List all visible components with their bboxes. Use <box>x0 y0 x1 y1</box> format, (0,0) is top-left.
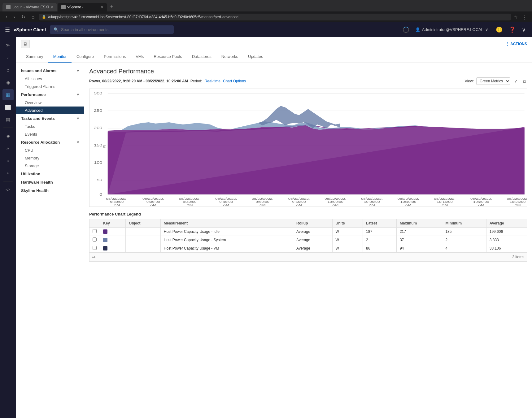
new-tab-button[interactable]: + <box>108 2 116 11</box>
nav-item-tasks[interactable]: Tasks <box>16 123 84 130</box>
back-button[interactable]: ‹ <box>4 14 9 20</box>
sidebar-icon-arrow[interactable]: › <box>2 52 14 63</box>
address-bar[interactable]: 🔒 <box>39 14 511 20</box>
svg-text:10:25:00: 10:25:00 <box>510 200 525 203</box>
sidebar-icon-plugin[interactable]: ✦ <box>2 168 14 179</box>
period-value[interactable]: Real-time <box>205 79 220 83</box>
nav-item-all-issues[interactable]: All Issues <box>16 75 84 83</box>
sidebar-icon-dev[interactable]: </> <box>2 184 14 195</box>
sidebar-icon-home[interactable]: ⌂ <box>2 64 14 76</box>
legend-checkbox-0[interactable] <box>93 229 97 233</box>
tab-permissions[interactable]: Permissions <box>99 51 131 63</box>
svg-text:10:15:00: 10:15:00 <box>437 200 453 203</box>
svg-text:08/22/2022,: 08/22/2022, <box>142 197 164 200</box>
sidebar-icon-monitor[interactable]: ◉ <box>2 130 14 142</box>
svg-text:AM: AM <box>515 203 521 207</box>
browser-tab-vsphere[interactable]: vSphere - × <box>58 3 107 11</box>
view-select[interactable]: Green Metrics <box>476 77 510 85</box>
smiley-icon[interactable]: 🙂 <box>495 25 504 34</box>
chart-subtitle: Power, 08/22/2022, 9:26:20 AM - 08/22/20… <box>89 77 527 85</box>
page-title: Advanced Performance <box>89 68 527 75</box>
browser-menu-icon[interactable]: ⋮ <box>520 14 528 20</box>
tab-close-vsphere[interactable]: × <box>101 5 103 10</box>
bookmark-icon[interactable]: ☆ <box>514 15 518 20</box>
nav-item-memory[interactable]: Memory <box>16 154 84 162</box>
legend-row-measurement: Host Power Capacity Usage - System <box>160 236 293 244</box>
sidebar-icon-host[interactable]: ▦ <box>2 89 14 100</box>
chart-options-link[interactable]: Chart Options <box>223 79 246 83</box>
nav-section-resource-allocation[interactable]: Resource Allocation ∨ <box>16 138 84 146</box>
nav-item-skyline-health-label: Skyline Health <box>21 188 49 193</box>
view-dropdown[interactable]: Green Metrics <box>476 77 510 85</box>
legend-row-checkbox[interactable] <box>89 244 100 253</box>
help-chevron-icon[interactable]: ∨ <box>521 25 527 34</box>
sidebar-icon-alert[interactable]: △ <box>2 143 14 154</box>
home-button[interactable]: ⌂ <box>30 14 37 20</box>
nav-item-overview[interactable]: Overview <box>16 99 84 107</box>
legend-checkbox-2[interactable] <box>93 246 97 250</box>
help-icon[interactable]: ❓ <box>508 25 517 34</box>
global-search[interactable]: 🔍 <box>50 25 174 34</box>
svg-text:9:40:00: 9:40:00 <box>183 200 197 203</box>
nav-section-performance[interactable]: Performance ∨ <box>16 90 84 99</box>
reload-button[interactable]: ↻ <box>20 13 27 20</box>
legend-row-color <box>100 236 126 244</box>
copy-icon[interactable]: ⧉ <box>521 78 527 85</box>
legend-row-object <box>126 236 161 244</box>
tab-summary[interactable]: Summary <box>21 51 48 63</box>
period-label: Period: <box>190 79 202 83</box>
legend-col-checkbox <box>89 219 100 228</box>
forward-button[interactable]: › <box>11 14 17 20</box>
svg-text:AM: AM <box>223 203 229 207</box>
actions-label: ACTIONS <box>510 42 527 46</box>
address-input[interactable] <box>48 15 508 19</box>
legend-col-minimum: Minimum <box>442 219 486 228</box>
resize-handle-icon[interactable]: ⇔ <box>92 255 96 259</box>
svg-text:AM: AM <box>332 203 338 207</box>
legend-row-checkbox[interactable] <box>89 236 100 244</box>
svg-text:9:55:00: 9:55:00 <box>292 200 306 203</box>
nav-section-tasks-events[interactable]: Tasks and Events ∨ <box>16 114 84 123</box>
nav-item-hardware-health[interactable]: Hardware Health <box>16 178 84 186</box>
svg-text:50: 50 <box>97 178 102 182</box>
nav-section-tasks-events-label: Tasks and Events <box>21 116 55 121</box>
legend-row-object <box>126 244 161 253</box>
legend-row: Host Power Capacity Usage - Idle Average… <box>89 228 527 236</box>
sidebar-icon-storage[interactable]: ▤ <box>2 114 14 125</box>
legend-section: Performance Chart Legend Key Object Meas… <box>89 212 527 262</box>
tab-resource-pools[interactable]: Resource Pools <box>149 51 187 63</box>
legend-row-checkbox[interactable] <box>89 228 100 236</box>
nav-item-advanced[interactable]: Advanced <box>16 107 84 114</box>
tab-vms[interactable]: VMs <box>131 51 149 63</box>
hamburger-icon[interactable]: ☰ <box>5 26 10 33</box>
nav-item-cpu[interactable]: CPU <box>16 146 84 154</box>
user-menu-button[interactable]: 👤 Administrator@VSPHERE.LOCAL ∨ <box>413 26 491 33</box>
legend-col-rollup: Rollup <box>293 219 332 228</box>
svg-text:08/22/2022,: 08/22/2022, <box>106 197 128 200</box>
sidebar-icon-globe[interactable]: ◈ <box>2 77 14 88</box>
actions-button[interactable]: ⋮ ACTIONS <box>505 42 527 46</box>
nav-item-triggered-alarms[interactable]: Triggered Alarms <box>16 83 84 90</box>
legend-row-rollup: Average <box>293 228 332 236</box>
browser-tab-esxi[interactable]: Log in - VMware ESXi × <box>2 3 57 11</box>
expand-icon[interactable]: ⤢ <box>513 78 519 84</box>
sidebar-icon-expand[interactable]: ≫ <box>2 40 14 51</box>
legend-col-units: Units <box>332 219 363 228</box>
nav-item-storage[interactable]: Storage <box>16 162 84 170</box>
legend-checkbox-1[interactable] <box>93 237 97 242</box>
search-input[interactable] <box>61 27 170 32</box>
nav-section-issues-alarms[interactable]: Issues and Alarms ∨ <box>16 67 84 75</box>
tab-datastores[interactable]: Datastores <box>187 51 216 63</box>
tab-configure[interactable]: Configure <box>72 51 99 63</box>
nav-item-skyline-health[interactable]: Skyline Health <box>16 186 84 195</box>
tab-monitor[interactable]: Monitor <box>48 51 72 63</box>
svg-text:AM: AM <box>369 203 375 207</box>
tab-networks[interactable]: Networks <box>216 51 243 63</box>
nav-item-utilization[interactable]: Utilization <box>16 170 84 178</box>
sidebar-icon-tag[interactable]: ◇ <box>2 155 14 166</box>
host-icon: 🖥 <box>21 40 30 48</box>
sidebar-icon-vm[interactable]: ⬜ <box>2 102 14 113</box>
tab-close-esxi[interactable]: × <box>50 5 53 10</box>
nav-item-events[interactable]: Events <box>16 130 84 138</box>
tab-updates[interactable]: Updates <box>243 51 268 63</box>
